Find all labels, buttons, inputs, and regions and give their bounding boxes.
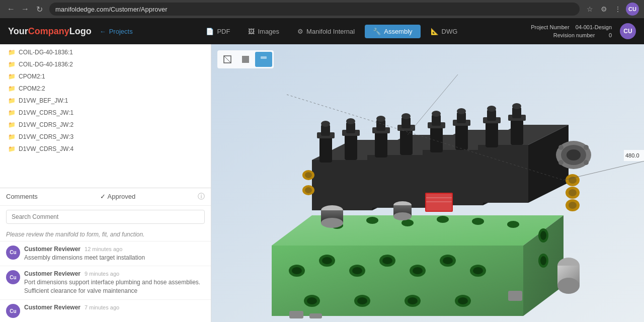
nav-tabs: 📄 PDF 🖼 Images ⚙ Manifold Internal 🔧 Ass… — [141, 25, 523, 38]
comments-section: Comments ✓ Approved ⓘ Please review the … — [0, 188, 211, 322]
folder-icon: 📁 — [8, 73, 16, 80]
tree-item[interactable]: 📁 D1VW_CDRS_JW:3 — [0, 131, 211, 143]
svg-point-110 — [393, 212, 412, 220]
svg-point-63 — [346, 118, 355, 124]
user-avatar[interactable]: CU — [620, 23, 636, 39]
forward-button[interactable]: → — [19, 3, 31, 15]
assembly-3d-view[interactable]: 480.0 — [211, 44, 644, 322]
check-icon: ✓ — [100, 193, 106, 200]
svg-point-98 — [584, 160, 589, 165]
comment-time-3: 7 minutes ago — [85, 304, 119, 310]
svg-point-83 — [487, 106, 496, 112]
tree-item-label: CPOM2:1 — [19, 73, 45, 80]
wireframe-view-button[interactable] — [219, 52, 236, 67]
comment-item-2: Cu Customer Reviewer 9 minutes ago Port … — [0, 266, 211, 299]
tree-item-label: D1VW_CDRS_JW:2 — [19, 121, 73, 128]
svg-point-36 — [507, 221, 519, 228]
tree-item[interactable]: 📁 CPOM2:2 — [0, 83, 211, 95]
tab-assembly-label: Assembly — [384, 28, 412, 35]
comment-avatar-2: Cu — [6, 270, 20, 284]
reload-button[interactable]: ↻ — [33, 3, 45, 15]
profile-avatar[interactable]: CU — [626, 3, 639, 16]
svg-point-22 — [473, 267, 483, 274]
browser-icons: ☆ ⚙ ⋮ CU — [584, 3, 639, 16]
tree-item[interactable]: 📁 CPOM2:1 — [0, 70, 211, 83]
tree-item[interactable]: 📁 COIL-DG-40-1836:1 — [0, 46, 211, 58]
svg-rect-53 — [478, 145, 528, 203]
svg-rect-64 — [375, 130, 387, 157]
solid-view-button[interactable] — [237, 52, 254, 67]
svg-point-28 — [408, 297, 418, 304]
tab-manifold-internal[interactable]: ⚙ Manifold Internal — [289, 25, 363, 38]
svg-rect-44 — [312, 160, 372, 210]
folder-icon: 📁 — [8, 145, 16, 152]
svg-rect-60 — [345, 132, 357, 160]
tree-item-label: D1VW_CDRS_JW:1 — [19, 109, 73, 116]
address-bar[interactable] — [49, 3, 580, 16]
tree-item-label: D1VW_CDRS_JW:4 — [19, 145, 73, 152]
svg-rect-56 — [319, 135, 332, 163]
manifold-icon: ⚙ — [297, 28, 303, 35]
svg-rect-122 — [508, 291, 522, 301]
tree-item[interactable]: 📁 D1VW_BEF_JW:1 — [0, 95, 211, 107]
info-icon[interactable]: ⓘ — [198, 192, 205, 201]
svg-point-35 — [472, 218, 484, 225]
svg-point-33 — [401, 219, 414, 226]
tree-list[interactable]: 📁 COIL-DG-40-1836:1 📁 COIL-DG-40-1836:2 … — [0, 44, 211, 188]
tab-assembly[interactable]: 🔧 Assembly — [365, 25, 420, 38]
browser-chrome: ← → ↻ ☆ ⚙ ⋮ CU — [0, 0, 644, 18]
folder-icon: 📁 — [8, 97, 16, 104]
tree-item-label: CPOM2:2 — [19, 85, 45, 92]
svg-point-95 — [558, 145, 564, 150]
tab-dwg[interactable]: 📐 DWG — [423, 25, 466, 38]
menu-icon[interactable]: ⋮ — [612, 3, 624, 15]
star-icon[interactable]: ☆ — [584, 3, 596, 15]
tab-dwg-label: DWG — [442, 28, 458, 35]
shaded-view-button[interactable] — [255, 52, 272, 67]
folder-icon: 📁 — [8, 85, 16, 92]
breadcrumb[interactable]: ← Projects — [100, 28, 133, 35]
main-layout: 📁 COIL-DG-40-1836:1 📁 COIL-DG-40-1836:2 … — [0, 44, 644, 322]
svg-rect-84 — [511, 117, 523, 145]
comment-author-2: Customer Reviewer — [24, 270, 80, 277]
svg-point-24 — [307, 297, 317, 304]
comment-item-3: Cu Customer Reviewer 7 minutes ago — [0, 299, 211, 322]
svg-point-10 — [292, 267, 302, 274]
back-button[interactable]: ← — [5, 3, 17, 15]
svg-rect-72 — [430, 125, 443, 152]
tree-item[interactable]: 📁 D1VW_CDRS_JW:1 — [0, 107, 211, 119]
comment-meta-1: Customer Reviewer 12 minutes ago — [24, 246, 205, 253]
svg-point-100 — [569, 177, 577, 184]
comment-meta-2: Customer Reviewer 9 minutes ago — [24, 270, 205, 277]
search-input[interactable] — [6, 210, 205, 224]
images-icon: 🖼 — [248, 28, 255, 35]
svg-point-59 — [321, 121, 330, 127]
svg-point-16 — [382, 257, 392, 264]
comment-item-1: Cu Customer Reviewer 12 minutes ago Asse… — [0, 241, 211, 266]
svg-point-102 — [569, 189, 577, 196]
tree-item[interactable]: 📁 D1VW_CDRS_JW:2 — [0, 119, 211, 131]
comment-meta-3: Customer Reviewer 7 minutes ago — [24, 304, 205, 311]
svg-point-30 — [458, 297, 468, 304]
logo-your: Your — [8, 26, 28, 36]
svg-rect-121 — [309, 313, 322, 318]
svg-rect-112 — [426, 194, 452, 211]
comment-content-3: Customer Reviewer 7 minutes ago — [24, 304, 205, 318]
revision-value: 0 — [609, 32, 612, 38]
svg-point-38 — [540, 231, 546, 240]
tab-pdf[interactable]: 📄 PDF — [198, 25, 238, 38]
extension-icon[interactable]: ⚙ — [598, 3, 610, 15]
svg-point-104 — [569, 202, 577, 209]
tree-item[interactable]: 📁 COIL-DG-40-1836:2 — [0, 58, 211, 70]
project-number-value: 04-001-Design — [576, 24, 612, 30]
svg-point-107 — [321, 218, 343, 228]
svg-point-91 — [305, 187, 312, 193]
svg-line-1 — [224, 56, 231, 63]
svg-point-32 — [366, 217, 378, 224]
3d-viewer-panel[interactable]: Unit: Millimeters — [211, 44, 644, 322]
tree-item[interactable]: 📁 D1VW_CDRS_JW:4 — [0, 143, 211, 155]
folder-icon: 📁 — [8, 133, 16, 140]
svg-point-79 — [457, 108, 466, 114]
svg-point-67 — [376, 116, 385, 122]
tab-images[interactable]: 🖼 Images — [240, 25, 287, 38]
